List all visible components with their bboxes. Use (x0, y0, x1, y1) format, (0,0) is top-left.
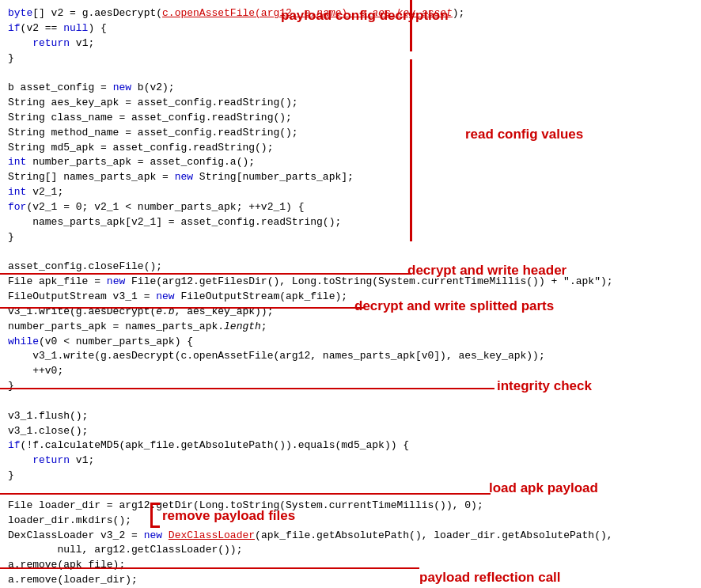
red-bracket-remove (150, 503, 153, 528)
code-line-3: return v1; (8, 36, 693, 51)
code-line-28: return v1; (8, 453, 693, 469)
code-line-26: v3_1.close(); (8, 424, 693, 439)
code-line-blank3 (8, 394, 693, 409)
code-line-31: loader_dir.mkdirs(); (8, 514, 693, 529)
code-line-27: if(!f.calculateMD5(apk_file.getAbsoluteP… (8, 438, 693, 453)
red-bracket-remove-bottom (150, 525, 160, 528)
code-line-35: a.remove(loader_dir); (8, 573, 693, 588)
code-line-blank1 (8, 66, 693, 81)
code-line-21: while(v0 < number_parts_apk) { (8, 335, 693, 350)
annotation-integrity: integrity check (497, 377, 592, 396)
red-bracket-remove-top (150, 503, 160, 505)
code-line-25: v3_1.flush(); (8, 409, 693, 424)
code-line-34: a.remove(apk_file); (8, 558, 693, 573)
code-line-20: number_parts_apk = names_parts_apk.lengt… (8, 320, 693, 335)
red-line-load-apk (0, 493, 491, 495)
red-line-decrypt-parts (0, 307, 364, 309)
code-line-8: String method_name = asset_config.readSt… (8, 126, 693, 141)
code-container: byte[] v2 = g.aesDecrypt(c.openAssetFile… (0, 0, 701, 588)
code-line-17: File apk_file = new File(arg12.getFilesD… (8, 275, 693, 290)
annotation-read-config: read config values (465, 125, 583, 145)
code-line-13: for(v2_1 = 0; v2_1 < number_parts_apk; +… (8, 200, 693, 215)
annotation-decrypt-parts: decrypt and write splitted parts (354, 297, 554, 317)
code-line-18: FileOutputStream v3_1 = new FileOutputSt… (8, 290, 693, 305)
code-line-22: v3_1.write(g.aesDecrypt(c.openAssetFile(… (8, 349, 693, 364)
red-line-integrity (0, 388, 494, 389)
code-line-5: b asset_config = new b(v2); (8, 81, 693, 96)
code-line-7: String class_name = asset_config.readStr… (8, 111, 693, 126)
code-line-33: null, arg12.getClassLoader()); (8, 543, 693, 558)
code-line-4: } (8, 51, 693, 66)
annotation-payload-config: payload config decryption (281, 6, 449, 26)
red-line-reflection (0, 567, 419, 569)
code-line-blank2 (8, 245, 693, 260)
code-line-32: DexClassLoader v3_2 = new DexClassLoader… (8, 529, 693, 544)
code-line-15: } (8, 230, 693, 245)
code-line-11: String[] names_parts_apk = new String[nu… (8, 170, 693, 185)
code-line-30: File loader_dir = arg12.getDir(Long.toSt… (8, 499, 693, 514)
red-line-decrypt-header (0, 273, 411, 275)
code-line-6: String aes_key_apk = asset_config.readSt… (8, 96, 693, 111)
annotation-load-apk: load apk payload (489, 479, 598, 499)
annotation-remove-payload: remove payload files (162, 506, 295, 526)
annotation-decrypt-header: decrypt and write header (407, 261, 566, 281)
code-line-12: int v2_1; (8, 185, 693, 200)
red-bar-read-config (410, 59, 412, 241)
code-line-14: names_parts_apk[v2_1] = asset_config.rea… (8, 215, 693, 230)
code-line-10: int number_parts_apk = asset_config.a(); (8, 155, 693, 170)
code-line-9: String md5_apk = asset_config.readString… (8, 141, 693, 156)
annotation-reflection: payload reflection call (419, 568, 561, 588)
